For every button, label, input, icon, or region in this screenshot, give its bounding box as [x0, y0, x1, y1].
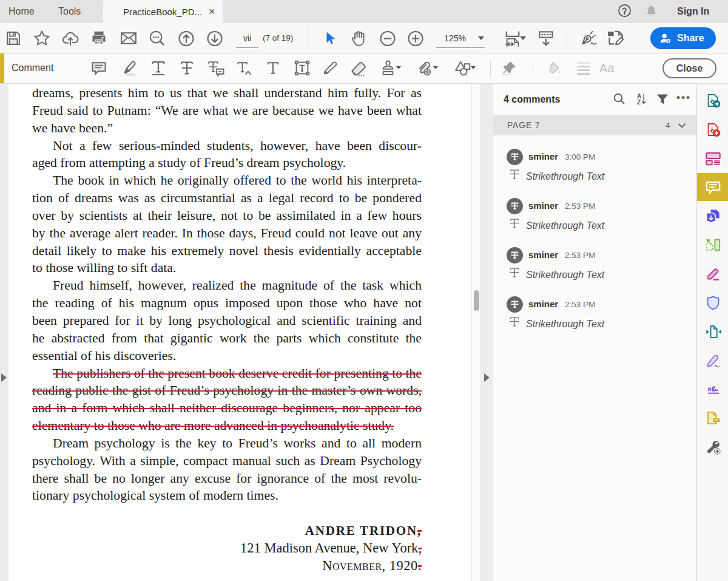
- svg-text:Z: Z: [637, 99, 641, 106]
- svg-text:A: A: [637, 93, 641, 100]
